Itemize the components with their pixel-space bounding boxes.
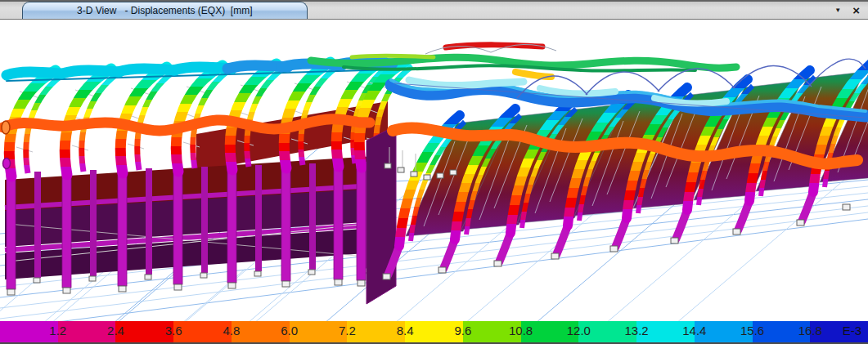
close-icon[interactable]: ×: [852, 4, 860, 16]
3d-viewport[interactable]: [0, 20, 868, 321]
front-stand-end-wall: [367, 126, 396, 304]
legend-value: 8.4: [397, 324, 414, 337]
legend-value: 9.6: [454, 324, 471, 337]
legend-value: 10.8: [509, 324, 533, 337]
legend-value: 3.6: [165, 324, 182, 337]
legend-band: 10.8: [463, 321, 521, 342]
legend-band: 6.0: [232, 321, 290, 342]
legend-value: 1.2: [49, 324, 66, 337]
legend-band: 9.6: [405, 321, 463, 342]
legend-value: 14.4: [682, 324, 706, 337]
legend-value: 4.8: [223, 324, 241, 337]
app-window: 3-D View - Displacements (EQX) [mm] ▼ ×: [0, 0, 868, 344]
legend-band: 1.2: [0, 321, 58, 342]
window-menu-dropdown-icon[interactable]: ▼: [834, 7, 841, 14]
titlebar-controls: ▼ ×: [834, 2, 868, 19]
legend-value: 15.6: [740, 324, 764, 337]
legend-band: 8.4: [347, 321, 405, 342]
legend-band: 3.6: [115, 321, 173, 342]
legend-band: 7.2: [290, 321, 348, 342]
model-3d-canvas: [0, 20, 868, 321]
legend-value: 12.0: [567, 324, 591, 337]
view-tab-label: 3-D View - Displacements (EQX) [mm]: [77, 5, 253, 16]
legend-scale-note: E-3: [843, 324, 861, 337]
legend-value: 16.8: [798, 324, 822, 337]
legend-value: 6.0: [281, 324, 298, 337]
legend-value: 13.2: [624, 324, 648, 337]
title-bar: 3-D View - Displacements (EQX) [mm] ▼ ×: [0, 0, 868, 20]
view-tab[interactable]: 3-D View - Displacements (EQX) [mm]: [22, 2, 308, 19]
contour-legend: 1.22.43.64.86.07.28.49.610.812.013.214.4…: [0, 321, 868, 342]
legend-value: 2.4: [107, 324, 124, 337]
legend-band: 4.8: [173, 321, 232, 342]
legend-band: 2.4: [58, 321, 116, 342]
legend-value: 7.2: [339, 324, 356, 337]
